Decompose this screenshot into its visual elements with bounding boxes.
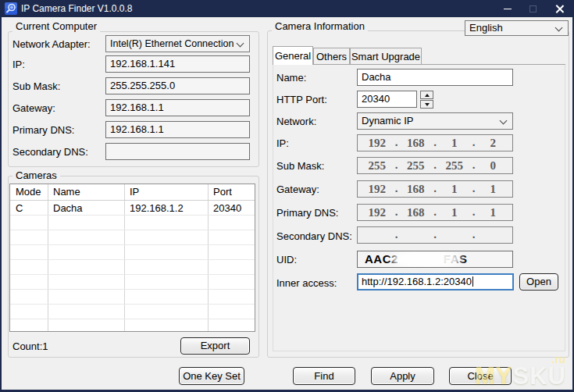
minimize-button[interactable] <box>495 0 520 17</box>
network-value: Dynamic IP <box>362 115 413 127</box>
cam-secondary-dns-field <box>357 226 513 244</box>
close-button[interactable] <box>547 0 572 17</box>
language-value: English <box>469 22 503 34</box>
name-input[interactable]: Dacha <box>357 69 513 86</box>
cam-submask-label: Sub Mask: <box>276 160 324 172</box>
title-bar[interactable]: IP Camera Finder V1.0.0.8 <box>0 0 574 17</box>
name-label: Name: <box>276 72 306 84</box>
current-computer-title: Current Computer <box>12 21 100 32</box>
chevron-down-icon <box>500 117 508 125</box>
cam-ip-field: 19216812 <box>357 134 513 151</box>
uid-label: UID: <box>276 254 297 265</box>
find-button[interactable]: Find <box>293 367 355 385</box>
col-name: Name <box>53 184 80 200</box>
pc-gateway-label: Gateway: <box>12 102 55 114</box>
apply-button[interactable]: Apply <box>371 367 434 385</box>
col-port: Port <box>213 184 232 200</box>
open-button[interactable]: Open <box>519 273 558 290</box>
language-select[interactable]: English <box>465 20 569 36</box>
cam-ip-label: IP: <box>276 137 289 149</box>
pc-submask-label: Sub Mask: <box>12 80 60 92</box>
tab-smart-upgrade[interactable]: Smart Upgrade <box>350 48 422 64</box>
cam-secondary-dns-label: Secondary DNS: <box>276 230 352 242</box>
network-adapter-label: Network Adapter: <box>12 38 91 50</box>
cameras-table[interactable]: Mode Name IP Port C Dacha 192.168.1.2 20… <box>9 184 255 332</box>
network-adapter-value: Intel(R) Ethernet Connection <box>110 38 234 49</box>
table-body: C Dacha 192.168.1.2 20340 <box>10 201 255 331</box>
camera-information-title: Camera Information <box>272 21 368 32</box>
network-label: Network: <box>276 116 316 127</box>
pc-primary-dns-label: Primary DNS: <box>12 124 74 136</box>
pc-secondary-dns-field[interactable] <box>105 143 250 160</box>
arrow-up-icon <box>425 94 430 97</box>
col-mode: Mode <box>16 184 41 200</box>
cam-primary-dns-label: Primary DNS: <box>276 207 338 219</box>
tab-general[interactable]: General <box>273 46 313 65</box>
table-row[interactable]: C Dacha 192.168.1.2 20340 <box>10 201 255 216</box>
maximize-button[interactable] <box>520 0 545 17</box>
pc-submask-field[interactable]: 255.255.255.0 <box>105 77 250 94</box>
chevron-down-icon <box>555 24 563 32</box>
app-window: IP Camera Finder V1.0.0.8 Current Comput… <box>0 0 574 392</box>
spin-up-button[interactable] <box>420 91 433 99</box>
http-port-input[interactable]: 20340 <box>357 91 417 108</box>
cam-primary-dns-field: 19216811 <box>357 204 513 221</box>
cameras-title: Cameras <box>12 170 60 181</box>
close-action-button[interactable]: Close <box>449 367 512 385</box>
col-ip: IP <box>130 184 139 200</box>
minimize-icon <box>504 9 512 9</box>
inner-access-input[interactable]: http://192.168.1.2:20340 <box>357 273 514 290</box>
chevron-down-icon <box>237 40 244 48</box>
close-icon <box>555 5 564 13</box>
pc-primary-dns-field[interactable]: 192.168.1.1 <box>105 121 250 138</box>
arrow-down-icon <box>425 103 430 106</box>
export-button[interactable]: Export <box>180 337 250 355</box>
text-caret <box>472 276 473 287</box>
maximize-icon <box>529 5 537 12</box>
app-icon <box>5 2 17 15</box>
cam-submask-field: 2552552550 <box>357 157 513 174</box>
count-label: Count:1 <box>12 340 48 352</box>
cam-gateway-field: 19216811 <box>357 180 513 198</box>
window-title: IP Camera Finder V1.0.0.8 <box>21 0 133 17</box>
inner-access-label: Inner access: <box>276 277 337 289</box>
pc-secondary-dns-label: Secondary DNS: <box>12 146 88 158</box>
uid-field: AAC2FAS <box>357 251 513 268</box>
http-port-label: HTTP Port: <box>276 94 327 105</box>
pc-ip-field[interactable]: 192.168.1.141 <box>105 55 250 73</box>
pc-gateway-field[interactable]: 192.168.1.1 <box>105 99 250 116</box>
table-header: Mode Name IP Port <box>10 184 255 201</box>
network-adapter-select[interactable]: Intel(R) Ethernet Connection <box>105 35 250 52</box>
pc-ip-label: IP: <box>12 59 25 70</box>
spin-down-button[interactable] <box>420 100 433 109</box>
tab-others[interactable]: Others <box>313 48 350 64</box>
one-key-set-button[interactable]: One Key Set <box>179 367 244 385</box>
uid-redaction-blur <box>390 251 462 268</box>
cam-gateway-label: Gateway: <box>276 184 319 195</box>
network-select[interactable]: Dynamic IP <box>357 112 513 130</box>
tab-strip-line <box>273 64 565 65</box>
